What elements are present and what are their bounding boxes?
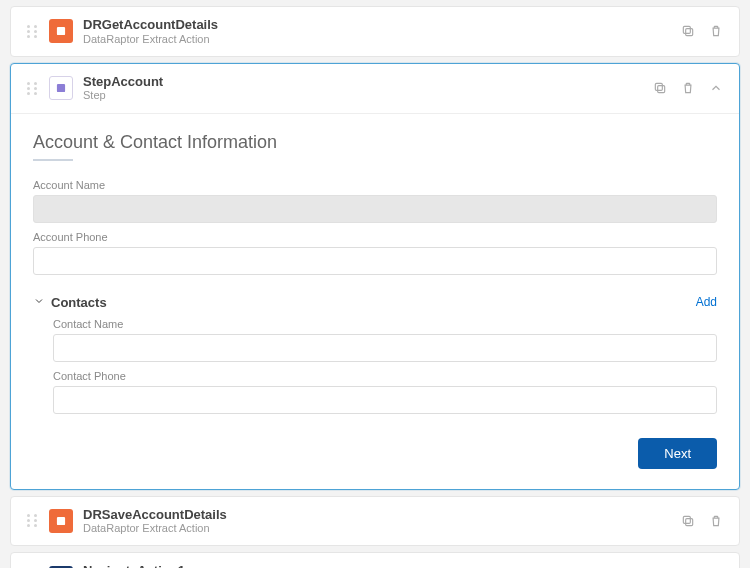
svg-rect-7 xyxy=(686,519,693,526)
contact-phone-input[interactable] xyxy=(53,386,717,414)
svg-rect-5 xyxy=(655,84,662,91)
header-actions xyxy=(679,22,725,40)
element-card-step-account: StepAccount Step Account & Contact Infor… xyxy=(10,63,740,490)
copy-icon[interactable] xyxy=(651,79,669,97)
drag-handle-icon[interactable] xyxy=(25,512,39,530)
contact-phone-label: Contact Phone xyxy=(53,370,717,382)
chevron-up-icon[interactable] xyxy=(707,79,725,97)
element-subtitle: DataRaptor Extract Action xyxy=(83,522,669,535)
svg-rect-3 xyxy=(57,84,65,92)
contacts-toggle[interactable]: Contacts xyxy=(33,295,107,310)
account-name-label: Account Name xyxy=(33,179,717,191)
add-contact-link[interactable]: Add xyxy=(696,295,717,309)
account-phone-label: Account Phone xyxy=(33,231,717,243)
element-subtitle: DataRaptor Extract Action xyxy=(83,33,669,46)
element-title: NavigateAction1 xyxy=(83,563,669,568)
element-title-block: DRSaveAccountDetails DataRaptor Extract … xyxy=(83,507,669,536)
header-actions xyxy=(651,79,725,97)
drag-handle-icon[interactable] xyxy=(25,79,39,97)
element-header: DRGetAccountDetails DataRaptor Extract A… xyxy=(11,7,739,56)
step-body: Account & Contact Information Account Na… xyxy=(11,113,739,489)
svg-rect-2 xyxy=(683,27,690,34)
svg-rect-0 xyxy=(57,27,65,35)
element-header: DRSaveAccountDetails DataRaptor Extract … xyxy=(11,497,739,546)
svg-rect-6 xyxy=(57,517,65,525)
dataraptor-extract-icon xyxy=(49,509,73,533)
contacts-block-label: Contacts xyxy=(51,295,107,310)
next-row: Next xyxy=(33,438,717,469)
element-title-block: NavigateAction1 Navigate Action xyxy=(83,563,669,568)
account-phone-input[interactable] xyxy=(33,247,717,275)
delete-icon[interactable] xyxy=(679,79,697,97)
element-title: DRSaveAccountDetails xyxy=(83,507,669,523)
delete-icon[interactable] xyxy=(707,512,725,530)
contact-name-input[interactable] xyxy=(53,334,717,362)
element-header: NavigateAction1 Navigate Action xyxy=(11,553,739,568)
svg-rect-1 xyxy=(686,29,693,36)
drag-handle-icon[interactable] xyxy=(25,22,39,40)
section-heading: Account & Contact Information xyxy=(33,132,717,153)
element-title-block: DRGetAccountDetails DataRaptor Extract A… xyxy=(83,17,669,46)
contacts-block-content: Contact Name Contact Phone xyxy=(33,318,717,414)
element-card-dr-get: DRGetAccountDetails DataRaptor Extract A… xyxy=(10,6,740,57)
svg-rect-8 xyxy=(683,516,690,523)
step-icon xyxy=(49,76,73,100)
element-card-navigate: NavigateAction1 Navigate Action xyxy=(10,552,740,568)
contacts-block-header: Contacts Add xyxy=(33,295,717,310)
element-title: DRGetAccountDetails xyxy=(83,17,669,33)
next-button[interactable]: Next xyxy=(638,438,717,469)
account-name-input[interactable] xyxy=(33,195,717,223)
dataraptor-extract-icon xyxy=(49,19,73,43)
chevron-down-icon xyxy=(33,295,45,310)
contact-name-label: Contact Name xyxy=(53,318,717,330)
element-subtitle: Step xyxy=(83,89,641,102)
element-title: StepAccount xyxy=(83,74,641,90)
header-actions xyxy=(679,512,725,530)
element-card-dr-save: DRSaveAccountDetails DataRaptor Extract … xyxy=(10,496,740,547)
svg-rect-4 xyxy=(658,86,665,93)
copy-icon[interactable] xyxy=(679,512,697,530)
copy-icon[interactable] xyxy=(679,22,697,40)
element-header: StepAccount Step xyxy=(11,64,739,113)
heading-divider xyxy=(33,159,73,161)
element-title-block: StepAccount Step xyxy=(83,74,641,103)
delete-icon[interactable] xyxy=(707,22,725,40)
